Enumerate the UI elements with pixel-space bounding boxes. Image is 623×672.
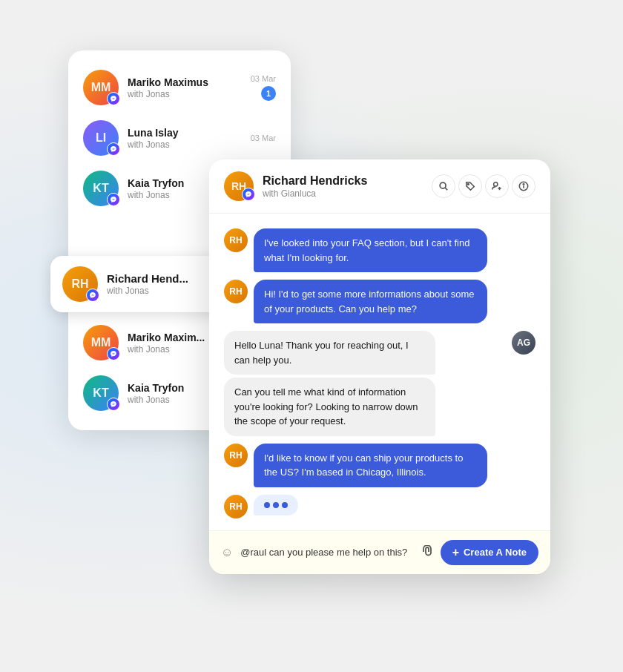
svg-line-1 [445, 188, 447, 190]
message-avatar-customer-2: RH [224, 280, 248, 303]
svg-point-3 [494, 182, 498, 186]
messenger-badge-kaia [107, 193, 120, 206]
chat-header-actions [432, 174, 535, 198]
conv-info-mariko: Mariko Maximus with Jonas [128, 76, 242, 99]
typing-dot-2 [273, 502, 279, 508]
svg-point-2 [468, 184, 469, 185]
message-bubble-3: Hello Luna! Thank you for reaching out, … [224, 331, 435, 375]
message-row-2: RH Hi! I'd to get some more informations… [224, 280, 535, 323]
typing-dot-1 [264, 502, 270, 508]
conv-info-luna: Luna Islay with Jonas [128, 127, 242, 150]
messenger-badge-mariko [107, 92, 120, 105]
conv-meta-luna: 03 Mar [251, 134, 276, 142]
svg-point-0 [440, 182, 446, 188]
agent-message-group: Hello Luna! Thank you for reaching out, … [224, 331, 506, 436]
conv-sub-mariko: with Jonas [128, 89, 242, 99]
chat-window-card: RH Richard Hendricks with Gianluca [209, 159, 550, 574]
message-avatar-agent: AG [512, 331, 535, 355]
info-icon [518, 181, 529, 191]
messenger-badge-kaia2 [107, 398, 120, 411]
messages-area: RH I've looked into your FAQ section, bu… [209, 214, 550, 530]
message-bubble-2: Hi! I'd to get some more informations ab… [254, 280, 487, 323]
typing-indicator [254, 495, 298, 515]
create-note-label: Create A Note [464, 547, 527, 558]
search-icon [438, 181, 449, 191]
messenger-badge-mariko2 [107, 347, 120, 360]
avatar-wrap-kaia: KT [83, 171, 119, 206]
conversation-item-mariko[interactable]: MM Mariko Maximus with Jonas 03 Mar 1 [68, 62, 291, 113]
tag-icon [465, 181, 475, 191]
create-note-button[interactable]: + Create A Note [441, 540, 538, 565]
chat-input-text[interactable]: @raul can you please me help on this? [240, 544, 413, 561]
avatar-wrap-richard-highlighted: RH [62, 266, 98, 302]
chat-header: RH Richard Hendricks with Gianluca [209, 159, 550, 214]
messenger-badge-chat-header [242, 188, 255, 201]
avatar-wrap-kaia2: KT [83, 375, 119, 411]
conv-date-luna: 03 Mar [251, 134, 276, 142]
messenger-badge-richard-highlighted [86, 289, 99, 302]
add-user-icon [492, 181, 502, 191]
unread-badge-mariko: 1 [261, 86, 276, 101]
conv-name-mariko: Mariko Maximus [128, 76, 242, 88]
tag-button[interactable] [458, 174, 482, 198]
chat-input-area: ☺ @raul can you please me help on this? … [209, 530, 550, 574]
chat-header-sub: with Gianluca [263, 188, 423, 199]
conv-meta-mariko: 03 Mar 1 [251, 74, 276, 101]
avatar-wrap-mariko2: MM [83, 325, 119, 360]
info-button[interactable] [512, 174, 535, 198]
message-row-typing: RH [224, 495, 535, 518]
avatar-wrap-luna: LI [83, 120, 119, 156]
conversation-item-luna[interactable]: LI Luna Islay with Jonas 03 Mar [68, 113, 291, 163]
chat-header-info: Richard Hendricks with Gianluca [263, 174, 423, 199]
emoji-icon[interactable]: ☺ [221, 546, 233, 559]
message-avatar-typing: RH [224, 495, 248, 518]
search-button[interactable] [432, 174, 455, 198]
conv-name-luna: Luna Islay [128, 127, 242, 139]
add-user-button[interactable] [485, 174, 509, 198]
avatar-wrap-chat-header: RH [224, 171, 254, 201]
message-avatar-customer: RH [224, 228, 248, 252]
message-avatar-customer-5: RH [224, 444, 248, 467]
message-row-1: RH I've looked into your FAQ section, bu… [224, 228, 535, 272]
message-bubble-1: I've looked into your FAQ section, but I… [254, 228, 487, 272]
chat-header-name: Richard Hendricks [263, 174, 423, 188]
message-row-5: RH I'd like to know if you can ship your… [224, 444, 535, 487]
avatar-wrap-mariko: MM [83, 70, 119, 105]
message-bubble-5: I'd like to know if you can ship your pr… [254, 444, 487, 487]
typing-dot-3 [282, 502, 288, 508]
plus-icon: + [452, 546, 459, 559]
message-bubble-4: Can you tell me what kind of information… [224, 378, 435, 436]
conv-date-mariko: 03 Mar [251, 74, 276, 83]
svg-point-8 [523, 184, 524, 185]
message-row-3: AG Hello Luna! Thank you for reaching ou… [224, 331, 535, 436]
attachment-icon[interactable] [421, 545, 433, 560]
conv-sub-luna: with Jonas [128, 139, 242, 150]
messenger-badge-luna [107, 142, 120, 156]
